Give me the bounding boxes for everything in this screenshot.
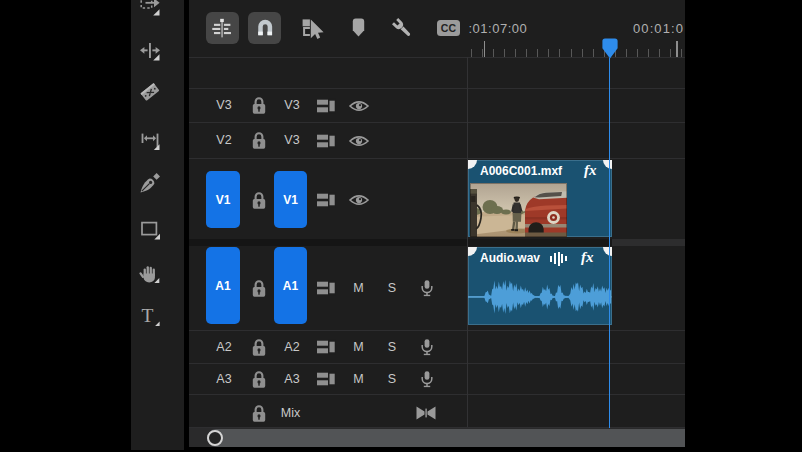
playhead-line[interactable] <box>609 58 611 428</box>
track-target-v1[interactable]: V1 <box>274 171 307 228</box>
track-target-v2[interactable]: V3 <box>284 133 299 147</box>
pen-tool[interactable] <box>139 172 161 194</box>
lock-icon[interactable] <box>251 369 267 388</box>
hand-tool[interactable] <box>139 263 161 285</box>
ruler-timecode-left: :01:07:00 <box>469 21 528 36</box>
header-content-divider <box>467 57 468 427</box>
source-patch-a2[interactable]: A2 <box>216 340 231 354</box>
divider <box>189 88 685 89</box>
clip-corner <box>468 160 477 169</box>
solo-button[interactable]: S <box>388 281 396 295</box>
linked-selection-icon <box>302 17 324 39</box>
keyframes-bowtie-icon[interactable] <box>415 406 436 420</box>
fx-badge: fx <box>581 249 594 266</box>
lock-icon[interactable] <box>251 279 267 298</box>
premiere-timeline-screenshot: CC :01:07:00 00:01:0 V3 V3 <box>0 0 802 452</box>
horizontal-scrollbar-thumb[interactable] <box>207 429 685 447</box>
add-marker-button[interactable] <box>352 18 365 41</box>
video-clip-thumbnail <box>470 183 567 237</box>
ruler-timecode-right: 00:01:0 <box>633 21 684 36</box>
timeline-panel: CC :01:07:00 00:01:0 V3 V3 <box>189 0 685 447</box>
slip-tool[interactable] <box>139 129 161 151</box>
cc-icon: CC <box>441 22 457 34</box>
track-target-a1[interactable]: A1 <box>274 247 307 324</box>
ripple-edit-tool[interactable] <box>139 40 161 62</box>
playhead-marker[interactable] <box>602 38 618 59</box>
divider <box>189 363 685 364</box>
voiceover-mic-icon[interactable] <box>420 370 434 387</box>
type-tool[interactable] <box>139 305 161 327</box>
track-select-forward-tool[interactable] <box>139 0 161 17</box>
divider <box>189 330 685 331</box>
video-audio-splitter[interactable] <box>467 239 612 246</box>
linked-selection-button[interactable] <box>302 17 324 43</box>
sync-lock-icon[interactable] <box>317 340 336 355</box>
snap-toggle-button[interactable] <box>248 12 281 44</box>
lock-icon[interactable] <box>251 96 267 115</box>
marker-icon <box>352 18 365 37</box>
eye-icon[interactable] <box>349 99 369 112</box>
audio-badge-icon <box>550 252 567 266</box>
lock-icon[interactable] <box>251 190 267 209</box>
audio-clip-title: Audio.wav <box>480 251 540 265</box>
lock-icon[interactable] <box>251 337 267 356</box>
eye-icon[interactable] <box>349 134 369 147</box>
lock-icon[interactable] <box>251 403 267 422</box>
nest-icon <box>212 18 233 39</box>
track-target-a3[interactable]: A3 <box>284 372 299 386</box>
video-audio-splitter[interactable] <box>189 239 467 246</box>
rectangle-tool[interactable] <box>139 218 161 240</box>
ruler-major-tick <box>484 41 486 58</box>
source-patch-a1[interactable]: A1 <box>206 247 240 324</box>
sync-lock-icon[interactable] <box>317 133 336 148</box>
nest-toggle-button[interactable] <box>206 12 239 44</box>
video-clip-title: A006C001.mxf <box>480 164 562 178</box>
track-target-a2[interactable]: A2 <box>284 340 299 354</box>
eye-icon[interactable] <box>349 194 369 207</box>
captions-button[interactable]: CC <box>437 20 460 36</box>
timeline-settings-button[interactable] <box>391 17 414 44</box>
wrench-icon <box>391 17 414 40</box>
ruler-major-tick <box>676 41 678 58</box>
mix-track-label: Mix <box>281 406 300 420</box>
source-patch-v1[interactable]: V1 <box>206 171 240 228</box>
audio-clip[interactable]: Audio.wav fx <box>468 247 612 325</box>
audio-waveform <box>468 265 612 325</box>
divider <box>189 122 685 123</box>
video-clip[interactable]: A006C001.mxf fx <box>468 160 612 237</box>
magnet-icon <box>254 17 276 39</box>
tools-panel <box>131 0 184 450</box>
solo-button[interactable]: S <box>388 372 396 386</box>
scrollbar-handle[interactable] <box>207 430 224 447</box>
source-patch-a3[interactable]: A3 <box>216 372 231 386</box>
source-patch-v2[interactable]: V2 <box>216 133 231 147</box>
divider <box>189 158 685 159</box>
mute-button[interactable]: M <box>353 340 363 354</box>
sync-lock-icon[interactable] <box>317 372 336 387</box>
voiceover-mic-icon[interactable] <box>420 280 434 297</box>
razor-tool[interactable] <box>139 81 161 103</box>
mute-button[interactable]: M <box>353 372 363 386</box>
mute-button[interactable]: M <box>353 281 363 295</box>
ruler-ticks[interactable] <box>471 49 685 58</box>
sync-lock-icon[interactable] <box>317 193 336 208</box>
sync-lock-icon[interactable] <box>317 281 336 296</box>
divider <box>189 394 685 395</box>
source-patch-v3[interactable]: V3 <box>216 98 231 112</box>
solo-button[interactable]: S <box>388 340 396 354</box>
video-audio-splitter[interactable] <box>612 239 686 246</box>
lock-icon[interactable] <box>251 131 267 150</box>
fx-badge: fx <box>584 162 597 179</box>
voiceover-mic-icon[interactable] <box>420 338 434 355</box>
track-target-v3[interactable]: V3 <box>284 98 299 112</box>
sync-lock-icon[interactable] <box>317 98 336 113</box>
clip-corner <box>468 247 477 256</box>
